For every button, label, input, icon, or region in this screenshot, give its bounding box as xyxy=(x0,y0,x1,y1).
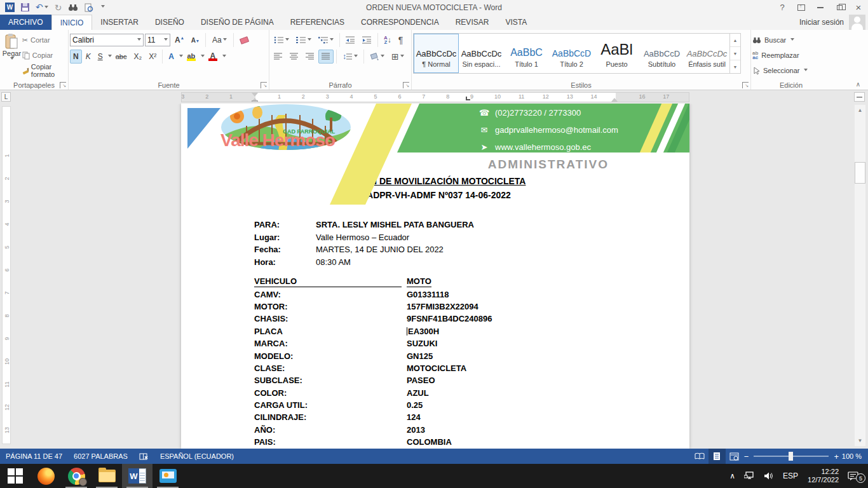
shading-button[interactable] xyxy=(367,50,388,64)
gallery-more-icon[interactable]: ▼ xyxy=(730,60,740,73)
language-indicator[interactable]: ESPAÑOL (ECUADOR) xyxy=(154,449,240,464)
volume-icon[interactable] xyxy=(759,471,778,480)
start-button[interactable] xyxy=(0,464,31,488)
redo-icon[interactable]: ↻ xyxy=(55,3,62,12)
vertical-scrollbar[interactable]: ▲ ▼ xyxy=(855,105,865,446)
v-ruler[interactable]: 1234567891011121314 xyxy=(2,106,11,444)
align-right-button[interactable] xyxy=(302,50,318,64)
zoom-level[interactable]: 100 % xyxy=(840,452,868,460)
superscript-button[interactable]: X² xyxy=(146,50,159,64)
h-ruler[interactable]: 32112345678910111213141617 xyxy=(181,92,689,102)
web-layout-button[interactable] xyxy=(726,449,743,464)
decrease-indent-button[interactable] xyxy=(342,33,358,47)
style-subtitulo[interactable]: AaBbCcDSubtítulo xyxy=(639,34,684,73)
ribbon-display-icon[interactable] xyxy=(792,0,811,15)
read-mode-button[interactable] xyxy=(691,449,709,464)
font-color-button[interactable]: A xyxy=(205,50,220,64)
borders-button[interactable]: ⊞ xyxy=(388,50,407,64)
paragraph-dialog-launcher[interactable]: ↘ xyxy=(403,82,409,88)
tab-diseno[interactable]: DISEÑO xyxy=(147,15,193,30)
qat-customize-icon[interactable] xyxy=(101,5,105,10)
grow-font-button[interactable]: A xyxy=(172,33,187,47)
cut-button[interactable]: ✂Cortar xyxy=(22,33,67,47)
bold-button[interactable]: N xyxy=(70,50,82,64)
document-page[interactable]: ☎(02)2773220 / 2773300 ✉gadprvallehermos… xyxy=(181,104,689,449)
print-layout-button[interactable] xyxy=(709,449,726,464)
right-indent-marker[interactable] xyxy=(611,95,618,102)
zoom-slider[interactable] xyxy=(754,456,829,457)
restore-icon[interactable] xyxy=(830,0,849,15)
styles-dialog-launcher[interactable]: ↘ xyxy=(742,82,749,88)
replace-button[interactable]: abacReemplazar xyxy=(752,48,830,62)
find-icon[interactable] xyxy=(68,3,78,11)
style-normal[interactable]: AaBbCcDc¶ Normal xyxy=(414,34,459,73)
action-center[interactable]: 5 xyxy=(844,471,868,481)
text-effects-button[interactable]: A xyxy=(165,50,177,64)
copy-button[interactable]: Copiar xyxy=(22,48,67,62)
justify-button[interactable] xyxy=(318,50,334,64)
tab-stop-marker[interactable] xyxy=(466,97,470,100)
tab-archivo[interactable]: ARCHIVO xyxy=(0,15,51,30)
zoom-out-button[interactable]: − xyxy=(743,452,750,461)
font-name-select[interactable]: Calibri xyxy=(70,34,144,46)
page-indicator[interactable]: PÁGINA 11 DE 47 xyxy=(0,449,68,464)
bullets-button[interactable] xyxy=(271,33,292,47)
highlight-button[interactable]: ab xyxy=(184,50,199,64)
shrink-font-button[interactable]: A xyxy=(188,33,202,47)
taskbar-explorer[interactable] xyxy=(92,464,122,488)
paste-button[interactable]: Pegar xyxy=(1,32,22,78)
format-painter-button[interactable]: Copiar formato xyxy=(22,64,67,78)
change-case-button[interactable]: Aa xyxy=(209,33,230,47)
underline-button[interactable]: S xyxy=(95,50,106,64)
help-icon[interactable]: ? xyxy=(773,0,792,15)
find-button[interactable]: Buscar xyxy=(752,33,830,47)
tray-chevron-icon[interactable]: ∧ xyxy=(725,471,740,480)
scroll-down-icon[interactable]: ▼ xyxy=(855,435,865,446)
sign-in-link[interactable]: Iniciar sesión xyxy=(799,18,844,27)
close-icon[interactable]: × xyxy=(849,0,868,15)
tab-insertar[interactable]: INSERTAR xyxy=(92,15,147,30)
tab-referencias[interactable]: REFERENCIAS xyxy=(282,15,353,30)
style-sin-espaciado[interactable]: AaBbCcDcSin espaci... xyxy=(459,34,504,73)
tab-selector[interactable]: L xyxy=(1,92,11,102)
style-enfasis-sutil[interactable]: AaBbCcDcÉnfasis sutil xyxy=(684,34,729,73)
strikethrough-button[interactable]: abc xyxy=(112,50,130,64)
tray-clock[interactable]: 12:22 12/7/2022 xyxy=(803,468,844,484)
font-dialog-launcher[interactable]: ↘ xyxy=(261,82,267,88)
line-spacing-button[interactable]: ↕ xyxy=(339,50,361,64)
clear-formatting-button[interactable] xyxy=(237,33,252,47)
show-marks-button[interactable]: ¶ xyxy=(395,33,407,47)
subscript-button[interactable]: X₂ xyxy=(130,50,145,64)
keyboard-language[interactable]: ESP xyxy=(778,471,803,480)
avatar[interactable] xyxy=(849,15,865,30)
scroll-up-icon[interactable]: ▲ xyxy=(855,105,865,116)
clipboard-dialog-launcher[interactable]: ↘ xyxy=(60,82,66,88)
proofing-icon[interactable] xyxy=(133,449,154,464)
tab-diseno-pagina[interactable]: DISEÑO DE PÁGINA xyxy=(193,15,282,30)
minimize-icon[interactable] xyxy=(811,0,830,15)
collapse-ribbon-icon[interactable]: ∧ xyxy=(856,81,860,88)
split-view-button[interactable] xyxy=(854,92,865,102)
style-puesto[interactable]: AaBlPuesto xyxy=(594,34,639,73)
taskbar-word[interactable]: W xyxy=(122,464,153,488)
taskbar-firefox[interactable] xyxy=(31,464,61,488)
taskbar-chrome[interactable] xyxy=(61,464,92,488)
style-titulo-1[interactable]: AaBbCTítulo 1 xyxy=(504,34,549,73)
tab-correspondencia[interactable]: CORRESPONDENCIA xyxy=(353,15,447,30)
tab-revisar[interactable]: REVISAR xyxy=(447,15,498,30)
taskbar-chart-app[interactable] xyxy=(153,464,183,488)
zoom-slider-thumb[interactable] xyxy=(789,452,793,461)
select-button[interactable]: Seleccionar xyxy=(752,64,830,78)
gallery-down-icon[interactable]: ▼ xyxy=(730,47,740,60)
align-left-button[interactable] xyxy=(271,50,286,64)
align-center-button[interactable] xyxy=(287,50,302,64)
tab-inicio[interactable]: INICIO xyxy=(51,15,93,30)
sort-button[interactable]: AZ↓ xyxy=(381,33,395,47)
multilevel-list-button[interactable] xyxy=(315,33,337,47)
font-size-select[interactable]: 11 xyxy=(145,34,170,46)
network-icon[interactable] xyxy=(740,471,759,480)
word-count[interactable]: 6027 PALABRAS xyxy=(68,449,133,464)
print-preview-icon[interactable] xyxy=(85,3,93,12)
increase-indent-button[interactable] xyxy=(359,33,375,47)
save-icon[interactable] xyxy=(21,3,29,11)
